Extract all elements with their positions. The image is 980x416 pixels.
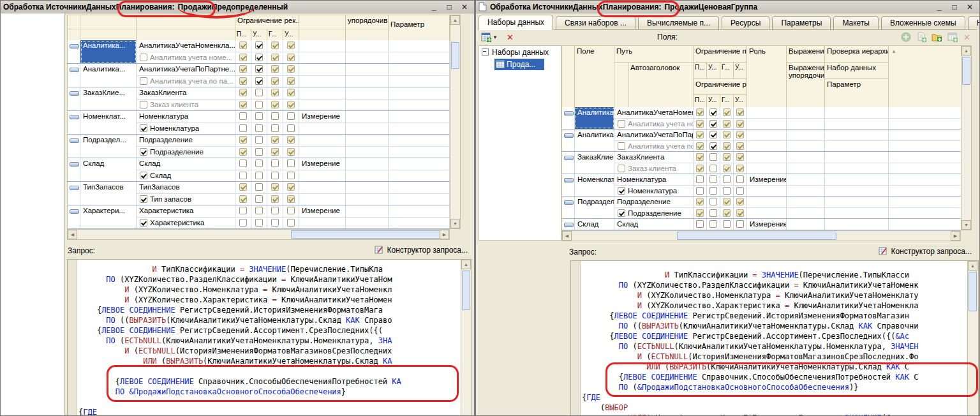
row-grip[interactable] xyxy=(562,107,575,129)
role-cell[interactable] xyxy=(299,100,346,110)
scroll-left-icon[interactable]: ◀ xyxy=(562,231,572,241)
tab-1[interactable]: Наборы данных xyxy=(479,15,553,30)
restriction-checkbox[interactable] xyxy=(723,165,731,172)
order-expression-cell[interactable] xyxy=(346,218,389,228)
restriction-cell[interactable] xyxy=(694,163,707,174)
order-expression-cell[interactable] xyxy=(346,205,389,217)
order-expression-cell[interactable] xyxy=(346,147,389,158)
restriction-cell[interactable] xyxy=(734,141,747,151)
hierarchy-cell[interactable] xyxy=(389,182,450,193)
grip-icon[interactable] xyxy=(70,44,79,48)
restriction-cell[interactable] xyxy=(720,208,734,218)
table-row[interactable]: Склад xyxy=(137,170,450,181)
grip-icon[interactable] xyxy=(564,133,574,138)
restriction-checkbox[interactable] xyxy=(736,175,744,183)
column-header-auto-header[interactable]: Автозаголовок xyxy=(628,63,694,108)
table-row[interactable]: СкладИзмерение xyxy=(137,158,450,170)
column-header-path[interactable]: Путь xyxy=(614,46,694,63)
restriction-checkbox[interactable] xyxy=(736,220,744,228)
field-group-row[interactable]: ЗаказКлие...ЗаказКлиентаЗаказ клиента xyxy=(68,87,450,111)
restriction-checkbox[interactable] xyxy=(736,187,744,195)
hierarchy-cell[interactable] xyxy=(389,194,450,205)
restriction-checkbox[interactable] xyxy=(287,54,295,61)
column-header-path-indent[interactable] xyxy=(614,63,628,108)
field-cell[interactable]: Аналитика... xyxy=(575,107,614,129)
restriction-checkbox[interactable] xyxy=(709,131,717,138)
order-expression-cell[interactable] xyxy=(787,219,825,230)
column-header-parameter[interactable]: Параметр xyxy=(825,79,889,108)
filler-cell[interactable] xyxy=(889,152,961,163)
use-checkbox[interactable] xyxy=(140,77,147,85)
restriction-checkbox[interactable] xyxy=(239,65,247,73)
restriction-checkbox[interactable] xyxy=(255,195,263,203)
restriction-checkbox[interactable] xyxy=(287,195,295,203)
restriction-cell[interactable] xyxy=(734,163,747,174)
order-expression-cell[interactable] xyxy=(346,76,389,87)
grip-icon[interactable] xyxy=(70,186,79,190)
hierarchy-cell[interactable] xyxy=(825,141,889,151)
order-expression-cell[interactable] xyxy=(346,123,389,134)
row-grip[interactable] xyxy=(68,64,80,87)
filler-cell[interactable] xyxy=(889,197,961,207)
hierarchy-cell[interactable] xyxy=(825,197,889,207)
restriction-checkbox[interactable] xyxy=(239,54,247,61)
role-cell[interactable] xyxy=(299,147,346,158)
column-header-record-restriction[interactable]: Ограничение рек... xyxy=(235,15,299,29)
role-cell[interactable] xyxy=(299,40,346,52)
table-row[interactable]: ХарактеристикаИзмерение xyxy=(137,205,450,217)
role-cell[interactable] xyxy=(747,119,787,129)
hierarchy-cell[interactable] xyxy=(825,119,889,129)
path-cell[interactable]: Склад xyxy=(614,219,694,230)
field-group-row[interactable]: ЗаказКлие...ЗаказКлиентаЗаказ клиента xyxy=(562,152,961,174)
tab-7[interactable]: Вложенные схемы xyxy=(881,16,965,29)
restriction-checkbox[interactable] xyxy=(271,112,279,120)
column-header-check-u2[interactable]: У... xyxy=(283,29,299,41)
add-field-icon[interactable] xyxy=(901,31,911,43)
restriction-cell[interactable] xyxy=(734,119,747,129)
hierarchy-cell[interactable] xyxy=(389,218,450,228)
restriction-checkbox[interactable] xyxy=(709,153,717,161)
restriction-cell[interactable] xyxy=(235,135,251,146)
restriction-checkbox[interactable] xyxy=(271,101,279,108)
hierarchy-cell[interactable] xyxy=(825,174,889,185)
table-row[interactable]: Номенклатура xyxy=(137,123,450,134)
column-header-field[interactable]: Поле xyxy=(575,46,614,108)
order-expression-cell[interactable] xyxy=(346,170,389,181)
query-text[interactable]: И ТипКлассификации = ЗНАЧЕНИЕ(Перечислен… xyxy=(582,270,967,415)
order-expression-cell[interactable] xyxy=(346,100,389,110)
restriction-checkbox[interactable] xyxy=(287,112,295,120)
restriction-cell[interactable] xyxy=(734,174,747,185)
column-header-path[interactable] xyxy=(137,15,235,29)
row-grip[interactable] xyxy=(68,205,80,228)
hierarchy-cell[interactable] xyxy=(389,147,450,158)
restriction-checkbox[interactable] xyxy=(287,148,295,156)
column-header-role[interactable]: Роль xyxy=(747,46,787,108)
path-cell[interactable]: Склад xyxy=(137,158,235,170)
hierarchy-cell[interactable] xyxy=(825,219,889,230)
delete-field-icon[interactable]: ✕ xyxy=(963,31,970,43)
restriction-cell[interactable] xyxy=(251,147,267,158)
field-group-row[interactable]: Аналитика...АналитикаУчетаНоменкла...Ана… xyxy=(562,107,961,130)
restriction-checkbox[interactable] xyxy=(723,153,731,161)
column-header-order-expressions[interactable]: упорядочив... xyxy=(346,15,389,29)
restriction-checkbox[interactable] xyxy=(255,136,263,144)
restriction-cell[interactable] xyxy=(267,64,283,75)
path-cell[interactable]: Заказ клиента xyxy=(137,100,235,110)
restriction-checkbox[interactable] xyxy=(239,219,247,227)
filler-cell[interactable] xyxy=(889,130,961,140)
table-row[interactable]: Заказ клиента xyxy=(137,99,450,110)
query-v-scrollbar[interactable]: ▲ xyxy=(967,261,978,415)
table-row[interactable]: АналитикаУчетаНоменкла... xyxy=(614,107,961,118)
column-header-parameter[interactable]: Параметр xyxy=(389,15,450,41)
restriction-cell[interactable] xyxy=(720,130,734,140)
hierarchy-cell[interactable] xyxy=(389,100,450,110)
hierarchy-cell[interactable] xyxy=(389,123,450,134)
column-header-check-g[interactable]: Г... xyxy=(267,29,283,41)
restriction-cell[interactable] xyxy=(707,186,720,196)
table-row[interactable]: Характеристика xyxy=(137,217,450,228)
restriction-cell[interactable] xyxy=(720,152,734,163)
restriction-checkbox[interactable] xyxy=(239,77,247,85)
restriction-checkbox[interactable] xyxy=(271,160,279,167)
restriction-cell[interactable] xyxy=(707,119,720,129)
restriction-checkbox[interactable] xyxy=(696,198,704,205)
